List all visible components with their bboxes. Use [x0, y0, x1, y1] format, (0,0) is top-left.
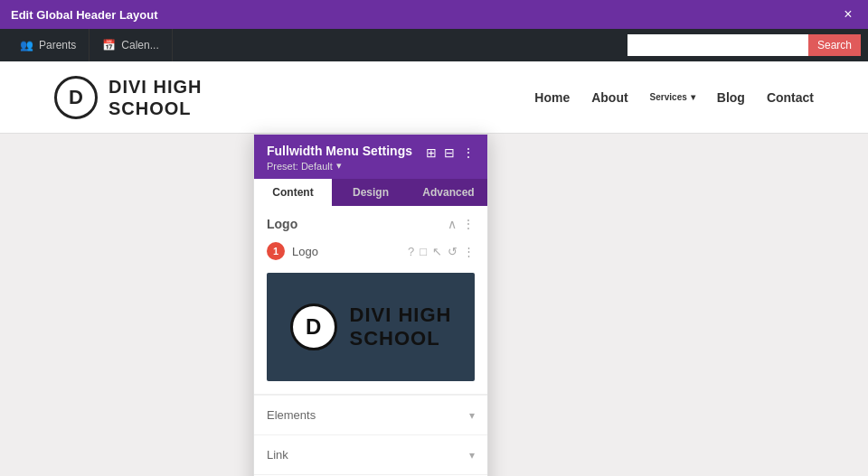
logo-preview-inner: D DIVI HIGH SCHOOL — [290, 303, 452, 351]
accordion-link[interactable]: Link ▾ — [254, 434, 487, 474]
preview-logo-sub: SCHOOL — [350, 327, 452, 350]
site-nav: Home About Services ▾ Blog Contact — [534, 90, 814, 105]
tab-advanced[interactable]: Advanced — [410, 179, 487, 206]
logo-name: DIVI HIGH — [108, 76, 202, 98]
panel-tabs: Content Design Advanced — [254, 179, 487, 206]
elements-label: Elements — [267, 408, 316, 422]
tab-content[interactable]: Content — [254, 179, 332, 206]
site-header: D DIVI HIGH SCHOOL Home About Services ▾… — [0, 61, 868, 134]
window-expand-icon[interactable]: ⊞ — [426, 145, 437, 160]
nav-home[interactable]: Home — [534, 90, 570, 105]
panel-title: Fullwidth Menu Settings — [267, 144, 412, 158]
duplicate-icon[interactable]: □ — [420, 245, 427, 258]
admin-bar-parents[interactable]: 👥 Parents — [7, 29, 90, 61]
logo-section-icons: ∧ ⋮ — [448, 217, 475, 231]
panel-header-icons: ⊞ ⊟ ⋮ — [426, 145, 475, 160]
panel-header: Fullwidth Menu Settings Preset: Default … — [254, 135, 487, 179]
top-bar-title: Edit Global Header Layout — [11, 8, 158, 22]
parents-label: Parents — [39, 39, 76, 51]
nav-blog[interactable]: Blog — [717, 90, 745, 105]
more-options-icon[interactable]: ⋮ — [462, 145, 475, 160]
undo-icon[interactable]: ↺ — [448, 245, 458, 258]
link-chevron: ▾ — [469, 449, 475, 462]
logo-row: 1 Logo ? □ ↖ ↺ ⋮ — [254, 238, 487, 267]
chevron-down-icon: ▾ — [691, 92, 695, 102]
nav-services[interactable]: Services ▾ — [650, 92, 695, 102]
logo-preview: D DIVI HIGH SCHOOL — [267, 273, 475, 381]
accordion-elements[interactable]: Elements ▾ — [254, 395, 487, 434]
admin-bar-calendar[interactable]: 📅 Calen... — [90, 29, 172, 61]
preview-logo-name: DIVI HIGH — [350, 303, 452, 327]
search-button[interactable]: Search — [808, 34, 861, 56]
page-wrapper: Edit Global Header Layout × 👥 Parents 📅 … — [0, 0, 868, 476]
preview-logo-text: DIVI HIGH SCHOOL — [350, 303, 452, 351]
panel-header-left: Fullwidth Menu Settings Preset: Default … — [267, 144, 412, 172]
preset-chevron: ▾ — [336, 160, 342, 172]
nav-about[interactable]: About — [591, 90, 627, 105]
collapse-icon[interactable]: ∧ — [448, 217, 457, 231]
row-more-icon[interactable]: ⋮ — [463, 245, 475, 258]
top-bar: Edit Global Header Layout × — [0, 0, 868, 29]
calendar-icon: 📅 — [102, 39, 116, 51]
logo-text: DIVI HIGH SCHOOL — [108, 76, 202, 119]
site-logo: D DIVI HIGH SCHOOL — [54, 76, 202, 119]
parents-icon: 👥 — [20, 39, 33, 51]
preset-label: Preset: Default — [267, 161, 333, 172]
logo-row-label: Logo — [292, 245, 318, 258]
nav-services-label: Services — [650, 92, 687, 102]
logo-row-icons: ? □ ↖ ↺ ⋮ — [408, 245, 475, 258]
settings-panel: Fullwidth Menu Settings Preset: Default … — [253, 134, 488, 476]
close-button[interactable]: × — [839, 5, 857, 23]
link-label: Link — [267, 448, 288, 462]
logo-section-header: Logo ∧ ⋮ — [254, 206, 487, 238]
panel-preset[interactable]: Preset: Default ▾ — [267, 160, 412, 172]
panel-body: Logo ∧ ⋮ 1 Logo ? □ ↖ ↺ — [254, 206, 487, 476]
admin-search: Search — [627, 34, 861, 56]
elements-chevron: ▾ — [469, 409, 475, 422]
window-collapse-icon[interactable]: ⊟ — [444, 145, 455, 160]
logo-section-title: Logo — [267, 217, 297, 231]
logo-section: Logo ∧ ⋮ 1 Logo ? □ ↖ ↺ — [254, 206, 487, 395]
badge-number: 1 — [267, 242, 285, 260]
nav-contact[interactable]: Contact — [767, 90, 814, 105]
content-area: Fullwidth Menu Settings Preset: Default … — [0, 134, 868, 476]
admin-bar: 👥 Parents 📅 Calen... Search — [0, 29, 868, 61]
logo-icon: D — [54, 76, 98, 119]
select-icon[interactable]: ↖ — [432, 245, 442, 258]
calendar-label: Calen... — [121, 39, 158, 51]
tab-design[interactable]: Design — [332, 179, 410, 206]
search-input[interactable] — [627, 34, 808, 56]
section-more-icon[interactable]: ⋮ — [462, 217, 475, 231]
logo-sub: SCHOOL — [108, 98, 202, 119]
preview-logo-icon: D — [290, 303, 337, 350]
help-icon[interactable]: ? — [408, 245, 414, 258]
